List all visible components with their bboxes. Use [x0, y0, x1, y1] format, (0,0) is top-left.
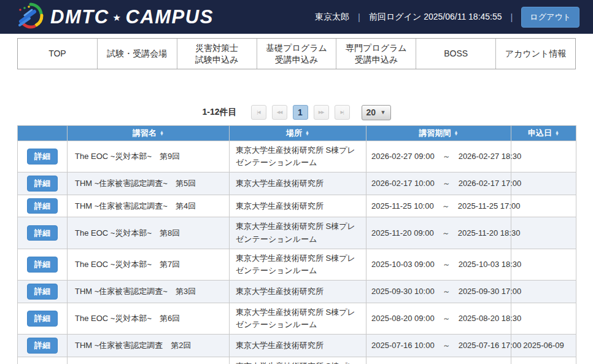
pager-page-1-button[interactable]: 1 [293, 105, 308, 120]
period-column-header[interactable]: 講習期間 ▲▼ [366, 126, 511, 141]
logout-button[interactable]: ログアウト [521, 7, 579, 28]
main-nav: TOP 試験・受講会場 災害対策士 試験申込み 基礎プログラム 受講申込み 専門… [17, 38, 576, 69]
course-name-cell: THM ~住家被害認定調査~ 第3回 [68, 281, 230, 303]
nav-item-top[interactable]: TOP [18, 39, 97, 69]
pager-prev-button[interactable]: ◀◀ [272, 105, 287, 120]
nav-item-pro-program[interactable]: 専門プログラム 受講申込み [336, 39, 416, 69]
table-row: 詳細 The EOC ~災対本部~ 第6回 東京大学生産技術研究所 S棟プレゼン… [18, 303, 576, 334]
location-cell: 東京大学生産技術研究所 S棟プレゼンテーションルーム [230, 249, 366, 280]
course-name-cell: THM ~住家被害認定調査~ 第5回 [68, 172, 230, 195]
sort-icon[interactable]: ▲▼ [555, 131, 559, 136]
period-cell: 2025-10-03 09:00～2025-10-03 18:30 [366, 249, 511, 280]
detail-button[interactable]: 詳細 [27, 257, 58, 273]
period-cell: 2025-11-25 10:00～2025-11-25 17:00 [366, 195, 511, 217]
course-table: 講習名 ▲▼ 場所 ▲▼ 講習期間 ▲▼ 申込日 ▲▼ [17, 125, 576, 364]
last-login-text: 前回ログイン 2025/06/11 18:45:55 [369, 12, 502, 23]
period-cell: 2025-08-20 09:00～2025-08-20 18:30 [366, 303, 511, 334]
location-cell: 東京大学生産技術研究所 [230, 172, 366, 195]
pagination-bar: 1-12件目 |◀ ◀◀ 1 ▶▶ ▶| 20 ▼ [0, 104, 593, 120]
nav-item-basic-program[interactable]: 基礎プログラム 受講申込み [257, 39, 336, 69]
location-cell: 東京大学生産技術研究所 S棟プレゼンテーションルーム [230, 357, 366, 364]
table-header-row: 講習名 ▲▼ 場所 ▲▼ 講習期間 ▲▼ 申込日 ▲▼ [18, 126, 576, 141]
pager-next-button[interactable]: ▶▶ [314, 105, 329, 120]
table-row: 詳細 The EOC ~災対本部~ 第7回 東京大学生産技術研究所 S棟プレゼン… [18, 249, 576, 280]
table-row: 詳細 The EOC ~災対本部~ 第5回 東京大学生産技術研究所 S棟プレゼン… [18, 357, 576, 364]
sort-icon[interactable]: ▲▼ [160, 131, 164, 136]
detail-button[interactable]: 詳細 [27, 284, 58, 300]
pager-first-button[interactable]: |◀ [251, 105, 266, 120]
location-cell: 東京大学生産技術研究所 [230, 195, 366, 217]
course-name-cell: The EOC ~災対本部~ 第9回 [68, 141, 230, 172]
pager-last-button[interactable]: ▶| [335, 105, 350, 120]
detail-button[interactable]: 詳細 [27, 176, 58, 192]
nav-item-account[interactable]: アカウント情報 [495, 39, 575, 69]
table-row: 詳細 The EOC ~災対本部~ 第8回 東京大学生産技術研究所 S棟プレゼン… [18, 217, 576, 249]
table-row: 詳細 The EOC ~災対本部~ 第9回 東京大学生産技術研究所 S棟プレゼン… [18, 141, 576, 172]
separator: | [511, 12, 513, 22]
course-table-wrap: 講習名 ▲▼ 場所 ▲▼ 講習期間 ▲▼ 申込日 ▲▼ [17, 125, 576, 364]
prev-page-icon: ◀◀ [277, 110, 282, 115]
chevron-down-icon: ▼ [381, 109, 386, 115]
page-size-value: 20 [366, 107, 376, 117]
table-row: 詳細 THM ~住家被害認定調査~ 第3回 東京大学生産技術研究所 2025-0… [18, 281, 576, 303]
location-cell: 東京大学生産技術研究所 [230, 334, 366, 357]
period-cell: 2025-09-30 10:00～2025-09-30 17:00 [366, 281, 511, 303]
brand-logo-icon [16, 2, 45, 33]
table-row: 詳細 THM ~住家被害認定調査 第2回 東京大学生産技術研究所 2025-07… [18, 334, 576, 357]
applied-date-cell [511, 357, 576, 364]
course-name-cell: The EOC ~災対本部~ 第6回 [68, 303, 230, 334]
nav-item-exam-apply[interactable]: 災害対策士 試験申込み [177, 39, 257, 69]
result-count-label: 1-12件目 [202, 107, 236, 118]
detail-button[interactable]: 詳細 [27, 338, 58, 354]
detail-button[interactable]: 詳細 [27, 198, 58, 214]
period-cell: 2026-02-27 09:00～2026-02-27 18:30 [366, 141, 511, 172]
period-cell: 2026-02-17 10:00～2026-02-17 17:00 [366, 172, 511, 195]
seek-last-icon: ▶| [340, 110, 343, 115]
location-cell: 東京大学生産技術研究所 S棟プレゼンテーションルーム [230, 141, 366, 172]
separator: | [358, 12, 360, 22]
course-name-cell: THM ~住家被害認定調査 第2回 [68, 334, 230, 357]
location-cell: 東京大学生産技術研究所 S棟プレゼンテーションルーム [230, 303, 366, 334]
nav-item-boss[interactable]: BOSS [416, 39, 495, 69]
location-cell: 東京大学生産技術研究所 [230, 281, 366, 303]
user-name: 東京太郎 [315, 12, 349, 23]
logo-star-icon: ★ [113, 12, 122, 23]
applied-date-cell [511, 195, 576, 217]
table-row: 詳細 THM ~住家被害認定調査~ 第5回 東京大学生産技術研究所 2026-0… [18, 172, 576, 195]
course-name-cell: The EOC ~災対本部~ 第7回 [68, 249, 230, 280]
period-cell: 2025-11-20 09:00～2025-11-20 18:30 [366, 217, 511, 249]
sort-icon[interactable]: ▲▼ [305, 131, 309, 136]
table-row: 詳細 THM ~住家被害認定調査~ 第4回 東京大学生産技術研究所 2025-1… [18, 195, 576, 217]
applied-date-column-header[interactable]: 申込日 ▲▼ [511, 126, 576, 141]
course-name-cell: The EOC ~災対本部~ 第8回 [68, 217, 230, 249]
detail-column-header [18, 126, 68, 141]
detail-button[interactable]: 詳細 [27, 149, 58, 165]
period-cell: 2025-07-16 10:00～2025-07-16 17:00 [366, 334, 511, 357]
next-page-icon: ▶▶ [319, 110, 324, 115]
page-size-select[interactable]: 20 ▼ [362, 105, 391, 120]
seek-first-icon: |◀ [257, 110, 260, 115]
brand-logo: DMTC★CAMPUS [16, 2, 214, 33]
course-name-cell: THM ~住家被害認定調査~ 第4回 [68, 195, 230, 217]
period-cell: 2025-07-03 09:00～2025-07-03 18:30 [366, 357, 511, 364]
course-name-column-header[interactable]: 講習名 ▲▼ [68, 126, 230, 141]
location-column-header[interactable]: 場所 ▲▼ [230, 126, 366, 141]
top-header-bar: DMTC★CAMPUS 東京太郎 | 前回ログイン 2025/06/11 18:… [0, 0, 593, 34]
detail-button[interactable]: 詳細 [27, 311, 58, 327]
location-cell: 東京大学生産技術研究所 S棟プレゼンテーションルーム [230, 217, 366, 249]
nav-item-venues[interactable]: 試験・受講会場 [97, 39, 177, 69]
brand-logo-text: DMTC★CAMPUS [50, 6, 214, 28]
detail-button[interactable]: 詳細 [27, 225, 58, 241]
applied-date-cell [511, 217, 576, 249]
sort-icon[interactable]: ▲▼ [454, 131, 459, 136]
course-name-cell: The EOC ~災対本部~ 第5回 [68, 357, 230, 364]
